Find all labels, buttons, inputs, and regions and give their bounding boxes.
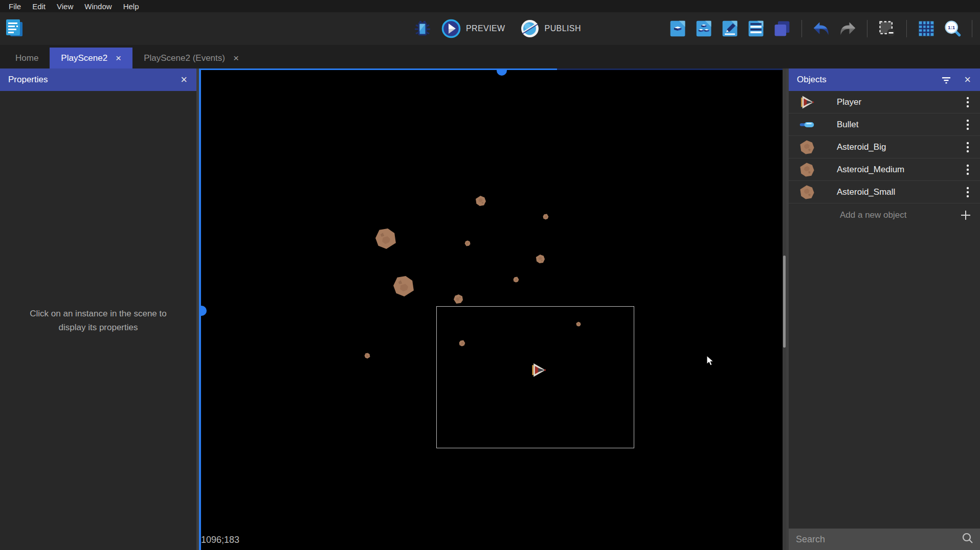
object-label: Asteroid_Medium xyxy=(837,165,963,175)
asteroid-instance[interactable] xyxy=(576,319,581,329)
cursor-coordinates: 1096;183 xyxy=(201,535,239,545)
tab-playscene2[interactable]: PlayScene2× xyxy=(50,48,132,68)
redo-icon[interactable] xyxy=(838,19,857,38)
menu-item-edit[interactable]: Edit xyxy=(27,2,51,11)
object-row-bullet[interactable]: Bullet xyxy=(789,113,980,136)
project-manager-icon[interactable] xyxy=(4,18,25,39)
left-resize-handle[interactable] xyxy=(201,306,207,316)
properties-editor-icon[interactable] xyxy=(720,19,740,38)
bullet-icon xyxy=(799,117,815,133)
asteroid-instance[interactable] xyxy=(392,275,415,300)
asteroid-instance[interactable] xyxy=(364,352,370,361)
object-label: Asteroid_Big xyxy=(837,142,963,152)
object-groups-editor-icon[interactable] xyxy=(694,19,714,38)
kebab-menu-icon[interactable] xyxy=(963,141,973,153)
toolbar: PREVIEW PUBLISH 1:1 xyxy=(0,12,980,45)
asteroid-instance[interactable] xyxy=(543,213,549,222)
asteroid-instance[interactable] xyxy=(459,339,465,349)
undo-icon[interactable] xyxy=(812,19,831,38)
tab-home[interactable]: Home xyxy=(4,48,50,68)
filter-icon[interactable] xyxy=(941,74,952,85)
asteroid-instance[interactable] xyxy=(374,227,397,252)
objects-panel-filler xyxy=(789,227,980,529)
preview-button[interactable]: PREVIEW xyxy=(441,18,505,39)
instances-list-icon[interactable] xyxy=(746,19,766,38)
top-resize-handle[interactable] xyxy=(497,70,507,76)
object-row-asteroid_medium[interactable]: Asteroid_Medium xyxy=(789,158,980,181)
objects-list: PlayerBulletAsteroid_BigAsteroid_MediumA… xyxy=(789,91,980,203)
canvas-scrollbar-thumb[interactable] xyxy=(783,256,786,348)
main-area: Properties × Click on an instance in the… xyxy=(0,68,980,550)
mouse-cursor-icon xyxy=(706,355,715,368)
objects-panel-title: Objects xyxy=(797,75,827,85)
properties-panel: Properties × Click on an instance in the… xyxy=(0,68,196,550)
close-icon[interactable]: × xyxy=(180,74,188,85)
object-label: Bullet xyxy=(837,120,963,130)
objects-panel-header: Objects × xyxy=(789,68,980,91)
kebab-menu-icon[interactable] xyxy=(963,96,973,108)
debug-icon[interactable] xyxy=(412,18,433,39)
object-search-input[interactable] xyxy=(795,534,962,545)
close-icon[interactable]: × xyxy=(116,53,121,63)
kebab-menu-icon[interactable] xyxy=(963,186,973,198)
asteroid-icon xyxy=(799,162,815,178)
close-icon[interactable]: × xyxy=(233,53,239,63)
asteroid-instance[interactable] xyxy=(475,195,486,209)
object-row-player[interactable]: Player xyxy=(789,91,980,113)
object-label: Player xyxy=(837,97,963,107)
asteroid-instance[interactable] xyxy=(464,239,471,248)
toolbar-separator xyxy=(867,20,867,37)
objects-panel: Objects × PlayerBulletAsteroid_BigAstero… xyxy=(789,68,980,550)
properties-empty-message: Click on an instance in the scene to dis… xyxy=(0,307,196,334)
publish-label: PUBLISH xyxy=(545,24,581,33)
scene-canvas[interactable]: 1096;183 xyxy=(199,68,786,550)
object-row-asteroid_big[interactable]: Asteroid_Big xyxy=(789,136,980,158)
tab-playscene2-events[interactable]: PlayScene2 (Events)× xyxy=(132,48,250,68)
asteroid-icon xyxy=(799,139,815,155)
menu-item-window[interactable]: Window xyxy=(79,2,117,11)
toolbar-separator xyxy=(906,20,907,37)
tab-label: PlayScene2 xyxy=(61,53,107,63)
toolbar-separator xyxy=(801,20,802,37)
layers-editor-icon[interactable] xyxy=(772,19,792,38)
properties-panel-title: Properties xyxy=(8,75,48,85)
svg-text:1:1: 1:1 xyxy=(948,25,955,30)
canvas-scrollbar[interactable] xyxy=(783,68,786,550)
toolbar-separator xyxy=(972,20,972,37)
zoom-1-1-icon[interactable]: 1:1 xyxy=(943,19,962,38)
tab-label: PlayScene2 (Events) xyxy=(144,53,225,63)
grid-icon[interactable] xyxy=(917,19,936,38)
search-icon xyxy=(962,532,974,546)
player-ship-icon xyxy=(799,94,815,110)
objects-editor-icon[interactable] xyxy=(668,19,687,38)
add-new-object-label: Add a new object xyxy=(840,210,906,220)
asteroid-icon xyxy=(799,184,815,200)
preview-label: PREVIEW xyxy=(466,24,505,33)
menu-bar: FileEditViewWindowHelp xyxy=(0,0,980,12)
asteroid-instance[interactable] xyxy=(536,254,545,266)
tab-label: Home xyxy=(15,53,38,63)
kebab-menu-icon[interactable] xyxy=(963,164,973,176)
asteroid-instance[interactable] xyxy=(453,294,463,306)
menu-item-file[interactable]: File xyxy=(3,2,27,11)
plus-icon[interactable] xyxy=(960,209,972,221)
kebab-menu-icon[interactable] xyxy=(963,119,973,131)
canvas-top-line-dark xyxy=(557,68,786,70)
publish-globe-icon xyxy=(520,18,540,39)
player-instance[interactable] xyxy=(530,362,547,380)
add-new-object-row[interactable]: Add a new object xyxy=(789,203,980,227)
menu-item-view[interactable]: View xyxy=(51,2,79,11)
properties-panel-header: Properties × xyxy=(0,68,196,91)
toolbar-center: PREVIEW PUBLISH xyxy=(412,12,581,45)
tab-bar: HomePlayScene2×PlayScene2 (Events)× xyxy=(0,45,980,68)
toolbar-right: 1:1 xyxy=(668,12,980,45)
clear-selection-icon[interactable] xyxy=(877,19,897,38)
close-icon[interactable]: × xyxy=(963,74,972,85)
menu-item-help[interactable]: Help xyxy=(118,2,145,11)
object-row-asteroid_small[interactable]: Asteroid_Small xyxy=(789,181,980,203)
properties-panel-body: Click on an instance in the scene to dis… xyxy=(0,91,196,550)
object-search-bar xyxy=(789,529,980,550)
object-label: Asteroid_Small xyxy=(837,187,963,197)
asteroid-instance[interactable] xyxy=(513,276,519,285)
publish-button[interactable]: PUBLISH xyxy=(520,18,581,39)
